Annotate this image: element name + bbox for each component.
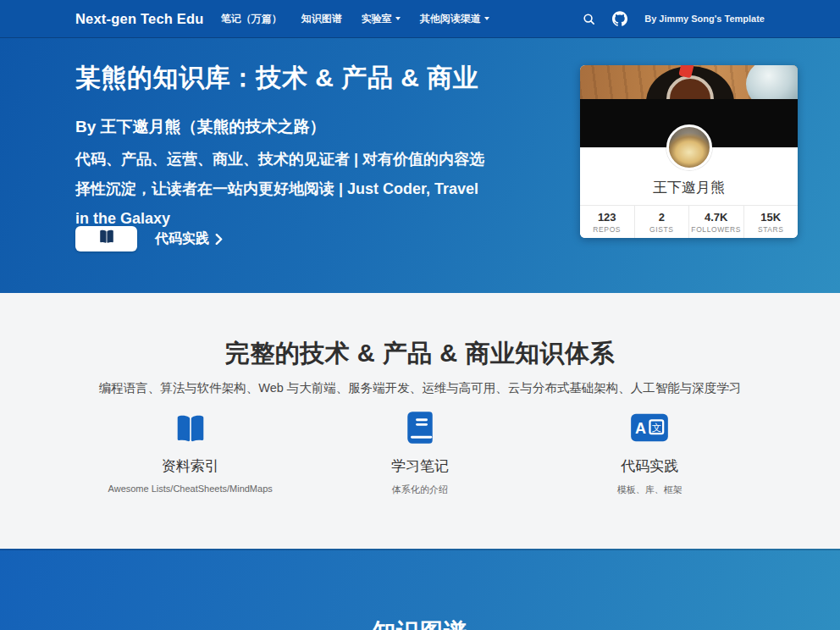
code-practice-link[interactable]: 代码实践 — [155, 230, 224, 248]
stat-gists: 2 GISTS — [634, 206, 689, 238]
github-profile-card[interactable]: 王下邀月熊 123 REPOS 2 GISTS 4.7K FOLLOWERS 1… — [580, 65, 798, 238]
card-banner-photo — [580, 65, 798, 99]
feature-code-practice: A 文 代码实践 模板、库、框架 — [535, 412, 765, 496]
nav-right: By Jimmy Song's Template — [583, 11, 765, 26]
translate-icon: A 文 — [630, 412, 669, 444]
features-section: 完整的技术 & 产品 & 商业知识体系 编程语言、算法与软件架构、Web 与大前… — [0, 293, 840, 549]
open-book-icon — [97, 229, 116, 248]
nav-items: 笔记（万篇） 知识图谱 实验室 其他阅读渠道 — [221, 12, 489, 26]
feature-title: 资料索引 — [162, 456, 219, 476]
page: Next-gen Tech Edu 笔记（万篇） 知识图谱 实验室 其他阅读渠道 — [0, 0, 840, 630]
hero-cta-row: 代码实践 — [75, 226, 224, 251]
brand-link[interactable]: Next-gen Tech Edu — [75, 11, 204, 27]
features-subtitle: 编程语言、算法与软件架构、Web 与大前端、服务端开发、运维与高可用、云与分布式… — [0, 380, 840, 396]
nav-item-other-channels[interactable]: 其他阅读渠道 — [420, 12, 489, 26]
feature-title: 学习笔记 — [391, 456, 449, 476]
stat-stars: 15K STARS — [743, 206, 799, 238]
notebook-icon — [405, 412, 435, 444]
stat-followers: 4.7K FOLLOWERS — [688, 206, 743, 238]
feature-subtitle: 模板、库、框架 — [617, 484, 682, 496]
hero-byline: By 王下邀月熊（某熊的技术之路） — [75, 116, 516, 138]
template-credit-link[interactable]: By Jimmy Song's Template — [644, 14, 765, 24]
feature-subtitle: 体系化的介绍 — [392, 484, 448, 496]
profile-name: 王下邀月熊 — [580, 178, 798, 197]
hero-section: 某熊的知识库：技术 & 产品 & 商业 By 王下邀月熊（某熊的技术之路） 代码… — [0, 38, 840, 293]
chevron-right-icon — [214, 234, 224, 245]
nav-item-knowledge-graph[interactable]: 知识图谱 — [301, 12, 342, 26]
profile-stats: 123 REPOS 2 GISTS 4.7K FOLLOWERS 15K STA… — [580, 205, 798, 238]
knowledge-graph-title: 知识图谱 — [0, 616, 840, 630]
open-book-button[interactable] — [75, 226, 137, 251]
feature-reference-index: 资料索引 Awesome Lists/CheatSheets/MindMaps — [75, 412, 305, 496]
feature-study-notes: 学习笔记 体系化的介绍 — [305, 412, 534, 496]
features-row: 资料索引 Awesome Lists/CheatSheets/MindMaps … — [75, 412, 765, 496]
feature-title: 代码实践 — [621, 456, 678, 476]
github-icon[interactable] — [612, 11, 627, 26]
nav-item-notes[interactable]: 笔记（万篇） — [221, 12, 282, 26]
translate-icon-cjk-letter: 文 — [652, 423, 661, 433]
feature-subtitle: Awesome Lists/CheatSheets/MindMaps — [108, 484, 273, 494]
avatar — [666, 124, 712, 170]
page-title: 某熊的知识库：技术 & 产品 & 商业 — [75, 60, 533, 96]
search-icon[interactable] — [583, 13, 595, 25]
translate-icon-latin-letter: A — [635, 420, 646, 437]
open-book-icon — [173, 412, 208, 444]
nav-item-lab[interactable]: 实验室 — [362, 12, 401, 26]
caret-down-icon — [395, 17, 401, 20]
knowledge-graph-section: 知识图谱 — [0, 549, 840, 630]
caret-down-icon — [484, 17, 489, 20]
glass-shape — [746, 65, 798, 99]
navbar: Next-gen Tech Edu 笔记（万篇） 知识图谱 实验室 其他阅读渠道 — [0, 0, 840, 38]
features-title: 完整的技术 & 产品 & 商业知识体系 — [0, 337, 840, 371]
stat-repos: 123 REPOS — [580, 206, 634, 238]
hero-description: 代码、产品、运营、商业、技术的见证者 | 对有价值的内容选择性沉淀，让读者在一站… — [75, 145, 492, 234]
